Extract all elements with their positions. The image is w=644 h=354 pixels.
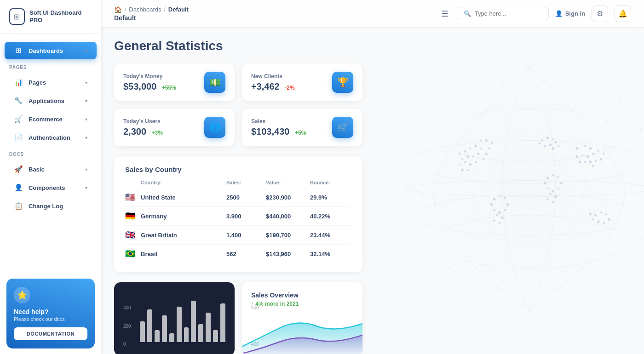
stat-card-clients: New Clients +3,462 -2% 🏆: [242, 63, 362, 101]
value-val: $440,000: [266, 213, 307, 220]
sidebar-item-basic[interactable]: 🚀 Basic ▾: [5, 160, 97, 178]
y-label-0: 0: [123, 342, 131, 347]
table-row: 🇬🇧 Great Britain 1.400 $190,700 23.44%: [125, 226, 351, 245]
sidebar-item-label: Components: [29, 184, 80, 191]
sidebar-item-pages[interactable]: 📊 Pages ▾: [5, 74, 97, 91]
pages-icon: 📊: [14, 78, 23, 86]
sidebar-item-components[interactable]: 👤 Components ▾: [5, 179, 97, 196]
svg-point-17: [464, 161, 466, 163]
svg-point-68: [608, 218, 610, 221]
svg-point-73: [493, 198, 496, 200]
dashboards-icon: ⊞: [14, 46, 23, 55]
svg-point-39: [552, 174, 554, 177]
svg-point-37: [552, 147, 554, 150]
svg-point-32: [549, 143, 552, 146]
svg-point-19: [475, 161, 477, 163]
chevron-down-icon: ▾: [85, 98, 87, 103]
stat-badge-clients: -2%: [285, 85, 294, 91]
flag-de: 🇩🇪: [125, 211, 138, 221]
sales-by-country-card: Sales by Country Country: Sales: Value: …: [114, 156, 362, 272]
stat-label-clients: New Clients: [251, 73, 295, 80]
settings-button[interactable]: ⚙: [592, 6, 608, 22]
svg-point-6: [436, 215, 622, 268]
svg-point-55: [581, 154, 584, 157]
bar: [162, 315, 167, 342]
svg-point-28: [466, 169, 469, 171]
flag-br: 🇧🇷: [125, 249, 138, 259]
sidebar-item-applications[interactable]: 🔧 Applications ▾: [5, 92, 97, 109]
bar: [198, 324, 203, 342]
table-row: 🇩🇪 Germany 3.900 $440,000 40.22%: [125, 207, 351, 226]
sidebar-item-authentication[interactable]: 📄 Authentication ▾: [5, 129, 97, 146]
country-name: Great Britain: [141, 232, 224, 239]
svg-point-78: [498, 211, 501, 214]
svg-point-60: [595, 160, 597, 162]
svg-point-62: [584, 161, 586, 163]
stat-card-money: Today's Money $53,000 +55% 💵: [114, 63, 235, 101]
signin-button[interactable]: 👤 Sign in: [555, 10, 585, 17]
svg-point-81: [496, 214, 498, 217]
flag-gb: 🇬🇧: [125, 230, 138, 240]
svg-point-51: [584, 145, 586, 147]
svg-point-21: [485, 153, 488, 155]
svg-point-77: [504, 209, 506, 211]
notifications-button[interactable]: 🔔: [615, 6, 631, 22]
svg-point-7: [436, 108, 622, 162]
stat-badge-users: +3%: [152, 130, 163, 136]
svg-point-27: [461, 169, 464, 171]
sales-val: 2500: [226, 194, 263, 201]
stat-icon-sales: 🛒: [332, 117, 353, 138]
sidebar-logo: ⊞ Soft UI Dashboard PRO: [0, 0, 101, 34]
svg-point-44: [546, 188, 549, 190]
gear-icon: ⚙: [597, 9, 603, 18]
svg-point-53: [592, 153, 594, 155]
search-box[interactable]: 🔍: [457, 7, 549, 20]
help-subtitle: Please check our docs: [14, 316, 87, 322]
svg-point-46: [549, 193, 552, 195]
bar: [213, 330, 218, 342]
basic-icon: 🚀: [14, 165, 23, 173]
globe-decoration: [396, 55, 644, 322]
svg-point-83: [499, 222, 501, 224]
hamburger-icon[interactable]: ☰: [441, 9, 448, 19]
country-name: United State: [141, 194, 224, 201]
sales-overview-title: Sales Overview: [251, 291, 353, 299]
pages-section-label: PAGES: [0, 60, 101, 73]
svg-point-25: [480, 139, 482, 142]
search-icon: 🔍: [464, 10, 471, 17]
breadcrumb: 🏠 / Dashboards / Default: [114, 6, 189, 13]
svg-point-59: [600, 158, 603, 160]
header: 🏠 / Dashboards / Default Default ☰ 🔍 👤 S…: [101, 0, 644, 28]
svg-point-24: [485, 139, 488, 142]
documentation-button[interactable]: DOCUMENTATION: [14, 327, 87, 340]
breadcrumb-dashboards[interactable]: Dashboards: [129, 6, 161, 13]
svg-point-23: [490, 142, 493, 144]
svg-point-67: [605, 213, 608, 215]
search-input[interactable]: [475, 10, 539, 17]
help-title: Need help?: [14, 308, 87, 315]
bounce-val: 29.9%: [310, 194, 351, 201]
stat-label-money: Today's Money: [123, 73, 176, 80]
sidebar: ⊞ Soft UI Dashboard PRO ⊞ Dashboards ▾ P…: [0, 0, 101, 354]
stat-icon-users: 🌐: [204, 117, 225, 138]
bounce-val: 32.14%: [310, 251, 351, 257]
sidebar-item-ecommerce[interactable]: 🛒 Ecommerce ▾: [5, 110, 97, 128]
svg-point-52: [589, 147, 592, 150]
sidebar-item-label: Dashboards: [29, 47, 80, 54]
chevron-down-icon: ▾: [85, 48, 87, 53]
stat-value-sales: $103,430 +5%: [251, 126, 306, 137]
app-name: Soft UI Dashboard PRO: [29, 9, 92, 23]
svg-point-76: [506, 203, 509, 206]
sidebar-item-label: Basic: [29, 166, 80, 173]
svg-point-15: [461, 158, 464, 160]
logo-icon: ⊞: [9, 8, 25, 25]
svg-point-8: [464, 150, 466, 153]
sidebar-item-changelog[interactable]: 📋 Change Log: [5, 197, 97, 215]
svg-point-74: [499, 195, 501, 198]
sidebar-content: ⊞ Dashboards ▾ PAGES 📊 Pages ▾ 🔧 Applica…: [0, 34, 101, 273]
sidebar-item-label: Ecommerce: [29, 116, 80, 123]
sidebar-item-dashboards[interactable]: ⊞ Dashboards ▾: [5, 42, 97, 59]
svg-point-18: [469, 163, 472, 166]
svg-point-22: [488, 148, 490, 150]
col-header-sales: Sales:: [226, 180, 263, 185]
